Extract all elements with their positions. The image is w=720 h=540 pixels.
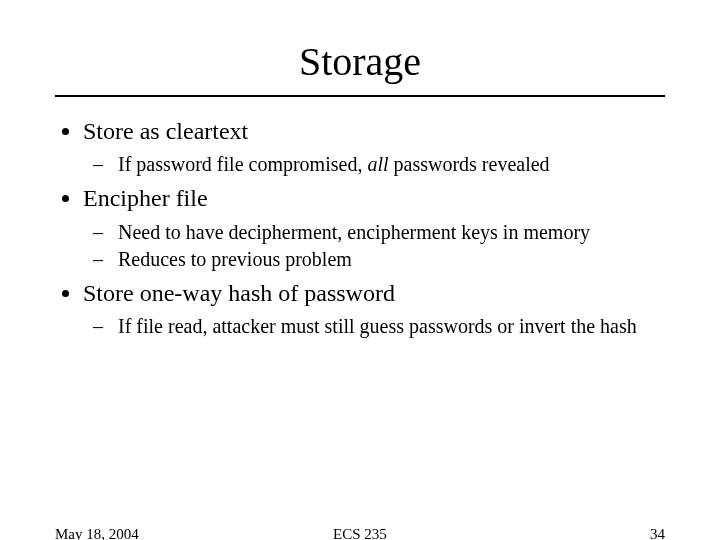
slide-title: Storage	[0, 38, 720, 85]
bullet-item: Encipher file Need to have decipherment,…	[83, 182, 665, 272]
sub-list: Need to have decipherment, encipherment …	[83, 219, 665, 273]
sub-list: If password file compromised, all passwo…	[83, 151, 665, 178]
sub-text-suffix: passwords revealed	[389, 153, 550, 175]
footer-course: ECS 235	[0, 526, 720, 540]
slide: Storage Store as cleartext If password f…	[0, 38, 720, 540]
sub-item: Need to have decipherment, encipherment …	[113, 219, 665, 246]
sub-text-prefix: Reduces to previous problem	[118, 248, 352, 270]
bullet-text: Store one-way hash of password	[83, 280, 395, 306]
title-divider	[55, 95, 665, 97]
bullet-text: Store as cleartext	[83, 118, 248, 144]
bullet-item: Store as cleartext If password file comp…	[83, 115, 665, 178]
sub-list: If file read, attacker must still guess …	[83, 313, 665, 340]
sub-item: If file read, attacker must still guess …	[113, 313, 665, 340]
sub-text-em: all	[367, 153, 388, 175]
sub-item: Reduces to previous problem	[113, 246, 665, 273]
bullet-text: Encipher file	[83, 185, 208, 211]
bullet-item: Store one-way hash of password If file r…	[83, 277, 665, 340]
sub-text-prefix: If password file compromised,	[118, 153, 367, 175]
content-area: Store as cleartext If password file comp…	[55, 115, 665, 340]
sub-item: If password file compromised, all passwo…	[113, 151, 665, 178]
sub-text-prefix: If file read, attacker must still guess …	[118, 315, 637, 337]
footer: May 18, 2004 ECS 235 34	[0, 526, 720, 540]
sub-text-prefix: Need to have decipherment, encipherment …	[118, 221, 590, 243]
bullet-list: Store as cleartext If password file comp…	[55, 115, 665, 340]
